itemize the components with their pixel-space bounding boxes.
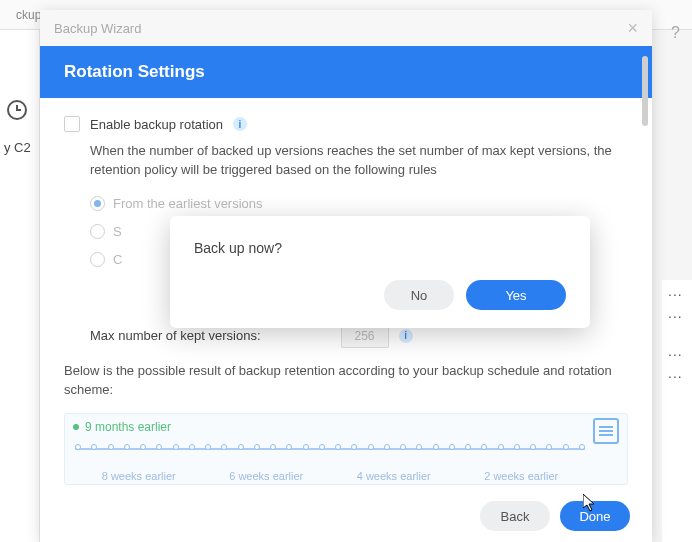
help-icon[interactable]: ? — [671, 24, 680, 42]
enable-rotation-label: Enable backup rotation — [90, 117, 223, 132]
list-row-ellipsis: ... — [662, 362, 692, 384]
page-title: Rotation Settings — [64, 62, 205, 81]
wizard-titlebar: Backup Wizard × — [40, 10, 652, 46]
timeline-dots — [75, 440, 585, 454]
radio-earliest[interactable]: From the earliest versions — [90, 190, 628, 218]
timeline-bottom-labels: 8 weeks earlier 6 weeks earlier 4 weeks … — [75, 470, 585, 482]
timeline-top-label: 9 months earlier — [85, 420, 171, 434]
yes-button[interactable]: Yes — [466, 280, 566, 310]
close-icon[interactable]: × — [627, 18, 638, 39]
radio-icon[interactable] — [90, 252, 105, 267]
info-icon[interactable]: i — [399, 329, 413, 343]
sidebar-item-c2[interactable]: y C2 — [4, 140, 31, 155]
confirm-buttons: No Yes — [194, 280, 566, 310]
wizard-header: Rotation Settings — [40, 46, 652, 98]
back-button[interactable]: Back — [480, 501, 550, 531]
retention-timeline: 9 months earlier 8 weeks earlier 6 weeks… — [64, 413, 628, 485]
confirm-dialog: Back up now? No Yes — [170, 216, 590, 328]
enable-rotation-checkbox[interactable] — [64, 116, 80, 132]
cursor-icon — [583, 494, 597, 512]
no-button[interactable]: No — [384, 280, 454, 310]
radio-label: C — [113, 252, 122, 267]
enable-rotation-row[interactable]: Enable backup rotation i — [64, 116, 628, 132]
max-versions-label: Max number of kept versions: — [90, 328, 261, 343]
timeline-description: Below is the possible result of backup r… — [64, 362, 628, 400]
history-icon[interactable] — [7, 100, 27, 120]
radio-label: From the earliest versions — [113, 196, 263, 211]
rotation-description: When the number of backed up versions re… — [90, 142, 628, 180]
radio-icon[interactable] — [90, 224, 105, 239]
wizard-footer: Back Done — [40, 490, 652, 542]
list-row-ellipsis: ... — [662, 302, 692, 324]
list-row-ellipsis: ... — [662, 280, 692, 302]
info-icon[interactable]: i — [233, 117, 247, 131]
right-column: ... ... ... ... — [662, 280, 692, 542]
radio-icon[interactable] — [90, 196, 105, 211]
confirm-text: Back up now? — [194, 240, 566, 256]
radio-label: S — [113, 224, 122, 239]
calendar-icon[interactable] — [593, 418, 619, 444]
left-column: y C2 — [0, 30, 40, 542]
list-row-ellipsis: ... — [662, 340, 692, 362]
wizard-title-label: Backup Wizard — [54, 21, 141, 36]
